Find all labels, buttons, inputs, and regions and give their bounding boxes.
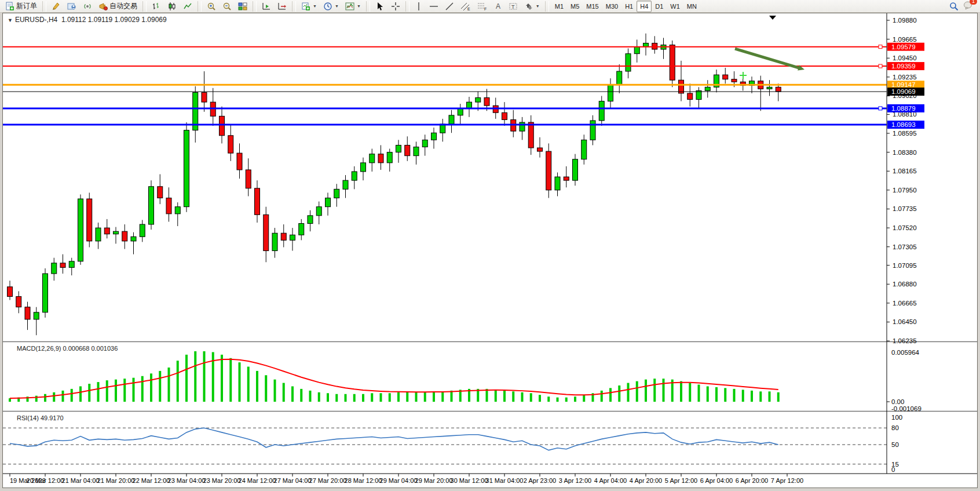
chart-shift-button[interactable] <box>275 1 290 12</box>
svg-text:4 Apr 20:00: 4 Apr 20:00 <box>630 477 662 484</box>
chart-window: 1.098801.096651.094501.092351.090201.088… <box>2 13 978 488</box>
vertical-line-button[interactable] <box>412 1 426 12</box>
chevron-down-icon: ▼ <box>335 4 339 8</box>
svg-text:0.005964: 0.005964 <box>891 349 920 356</box>
svg-text:A: A <box>496 2 500 10</box>
svg-text:24 Mar 12:00: 24 Mar 12:00 <box>239 477 276 484</box>
timeframe-button-h1[interactable]: H1 <box>621 1 637 12</box>
new-chart-dropdown[interactable]: ▼ <box>298 1 320 12</box>
svg-text:1.08693: 1.08693 <box>891 121 916 128</box>
zoom-out-button[interactable] <box>220 1 235 12</box>
brush-icon <box>52 2 61 11</box>
market-watch-button[interactable] <box>49 1 64 12</box>
horizontal-line-button[interactable] <box>426 1 441 12</box>
notifications-button[interactable]: 1 <box>963 1 973 12</box>
svg-text:1.09147: 1.09147 <box>891 81 916 88</box>
svg-text:0: 0 <box>891 466 895 473</box>
text-button[interactable]: A <box>491 1 505 12</box>
chart-canvas[interactable]: 1.098801.096651.094501.092351.090201.088… <box>3 13 977 488</box>
svg-text:1.06665: 1.06665 <box>893 300 917 307</box>
line-chart-button[interactable] <box>180 1 195 12</box>
svg-text:20 Mar 12:00: 20 Mar 12:00 <box>27 477 64 484</box>
timeframe-button-h4[interactable]: H4 <box>637 1 652 12</box>
svg-text:1.09665: 1.09665 <box>893 36 917 43</box>
text-label-button[interactable]: T <box>506 1 521 12</box>
svg-text:1.08879: 1.08879 <box>891 105 916 112</box>
autotrading-button[interactable]: 自动交易 <box>96 1 140 12</box>
timeframe-button-d1[interactable]: D1 <box>652 1 667 12</box>
svg-text:1.09069: 1.09069 <box>891 88 916 95</box>
svg-text:T: T <box>511 3 515 9</box>
hline-handle[interactable] <box>879 107 882 110</box>
zoom-in-button[interactable] <box>204 1 219 12</box>
toolbar-separator <box>42 1 46 12</box>
svg-text:27 Mar 20:00: 27 Mar 20:00 <box>309 477 347 484</box>
new-order-button[interactable]: 新订单 <box>2 1 40 12</box>
macd-label: MACD(12,26,9) 0.000668 0.001036 <box>17 345 118 352</box>
timeframe-button-m30[interactable]: M30 <box>602 1 621 12</box>
svg-text:29 Mar 04:00: 29 Mar 04:00 <box>380 477 418 484</box>
autotrading-label: 自动交易 <box>109 1 137 11</box>
candlestick-chart-button[interactable] <box>164 1 180 12</box>
vertical-line-icon <box>415 2 423 11</box>
svg-text:21 Mar 20:00: 21 Mar 20:00 <box>97 477 135 484</box>
arrows-dropdown[interactable]: ▼ <box>521 1 543 12</box>
chevron-down-icon: ▼ <box>357 4 361 8</box>
timeframe-button-w1[interactable]: W1 <box>667 1 683 12</box>
data-window-button[interactable] <box>64 1 79 12</box>
rsi-label: RSI(14) 49.9170 <box>17 414 64 421</box>
notification-count-badge: 1 <box>970 0 977 5</box>
fibonacci-button[interactable]: F <box>474 1 491 12</box>
chevron-down-icon: ▼ <box>313 4 317 8</box>
shapes-icon <box>524 2 533 11</box>
svg-text:7 Apr 12:00: 7 Apr 12:00 <box>771 477 803 484</box>
signal-icon <box>83 2 92 11</box>
toolbar-separator <box>366 1 370 12</box>
tile-windows-button[interactable] <box>235 1 250 12</box>
search-icon[interactable] <box>949 2 959 11</box>
clock-icon <box>323 2 332 11</box>
indicators-dropdown[interactable]: ▼ <box>342 1 364 12</box>
bar-chart-button[interactable] <box>149 1 164 12</box>
svg-text:1.06880: 1.06880 <box>893 281 917 288</box>
svg-text:30 Mar 12:00: 30 Mar 12:00 <box>451 477 488 484</box>
symbol-dropdown-icon[interactable]: ▼ <box>8 17 13 23</box>
auto-scroll-button[interactable] <box>259 1 274 12</box>
svg-text:31 Mar 04:00: 31 Mar 04:00 <box>486 477 524 484</box>
svg-text:29 Mar 20:00: 29 Mar 20:00 <box>415 477 453 484</box>
period-dropdown[interactable]: ▼ <box>320 1 342 12</box>
svg-text:23 Mar 04:00: 23 Mar 04:00 <box>168 477 206 484</box>
hline-handle[interactable] <box>879 64 882 68</box>
equidistant-channel-button[interactable]: E <box>458 1 474 12</box>
tile-windows-icon <box>238 2 247 11</box>
svg-text:1.09450: 1.09450 <box>893 54 917 61</box>
crosshair-button[interactable] <box>388 1 403 12</box>
timeframe-button-m1[interactable]: M1 <box>551 1 567 12</box>
toolbar-separator <box>545 1 549 12</box>
hline-handle[interactable] <box>879 45 882 49</box>
svg-text:28 Mar 12:00: 28 Mar 12:00 <box>345 477 382 484</box>
profile-icon <box>67 2 76 11</box>
zoom-in-icon <box>207 2 216 11</box>
fibonacci-icon: F <box>477 2 488 11</box>
svg-text:1.07950: 1.07950 <box>893 187 917 194</box>
toolbar-separator <box>253 1 257 12</box>
cursor-arrow-icon <box>375 2 385 11</box>
svg-text:1.09880: 1.09880 <box>893 17 917 24</box>
timeframe-button-mn[interactable]: MN <box>683 1 700 12</box>
timeframe-button-m5[interactable]: M5 <box>567 1 583 12</box>
svg-text:1.09579: 1.09579 <box>891 43 916 50</box>
cursor-button[interactable] <box>372 1 387 12</box>
svg-text:27 Mar 04:00: 27 Mar 04:00 <box>274 477 312 484</box>
trendline-button[interactable] <box>442 1 457 12</box>
svg-text:1.08595: 1.08595 <box>893 130 917 137</box>
zoom-out-icon <box>222 2 232 11</box>
svg-text:1.06450: 1.06450 <box>893 318 917 325</box>
strategy-tester-button[interactable] <box>80 1 95 12</box>
label-icon: T <box>509 2 518 11</box>
timeframe-button-m15[interactable]: M15 <box>583 1 602 12</box>
svg-text:80: 80 <box>891 424 899 431</box>
svg-text:1.06235: 1.06235 <box>893 337 917 344</box>
svg-text:2 Apr 23:00: 2 Apr 23:00 <box>524 477 556 484</box>
trendline-icon <box>445 2 454 11</box>
